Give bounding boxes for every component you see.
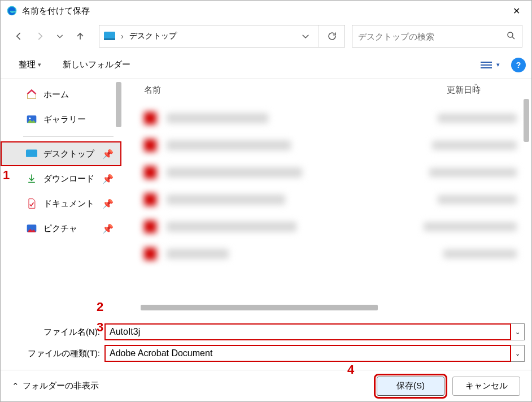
chevron-down-icon: ▾	[496, 61, 500, 68]
up-button[interactable]	[71, 27, 90, 46]
svg-rect-1	[104, 32, 115, 39]
refresh-button[interactable]	[319, 25, 345, 47]
title-bar: 名前を付けて保存 ✕	[1, 1, 531, 21]
list-item[interactable]	[144, 159, 517, 186]
horizontal-scrollbar[interactable]	[121, 303, 531, 312]
footer: ⌃ フォルダーの非表示 保存(S) キャンセル	[1, 370, 531, 401]
hide-folders-label: フォルダーの非表示	[23, 381, 99, 391]
pin-icon[interactable]: 📌	[102, 149, 114, 159]
filename-input[interactable]	[104, 323, 511, 340]
nav-bar: › デスクトップ	[1, 21, 531, 51]
hide-folders-button[interactable]: ⌃ フォルダーの非表示	[12, 381, 99, 391]
sidebar-item-pictures[interactable]: ピクチャ 📌	[1, 216, 121, 241]
form-area: ファイル名(N): ⌄ ファイルの種類(T): Adobe Acrobat Do…	[1, 312, 531, 370]
sidebar-item-label: ギャラリー	[43, 114, 86, 125]
save-button[interactable]: 保存(S)	[377, 377, 444, 396]
sidebar-item-label: ピクチャ	[43, 223, 77, 234]
path-segment[interactable]: デスクトップ	[129, 31, 177, 41]
search-box[interactable]	[352, 25, 522, 47]
pin-icon[interactable]: 📌	[102, 174, 114, 184]
pdf-icon	[144, 221, 156, 233]
sidebar-item-home[interactable]: ホーム	[1, 82, 121, 107]
address-bar[interactable]: › デスクトップ	[99, 25, 345, 47]
address-path[interactable]: › デスクトップ	[99, 31, 293, 41]
toolbar: 整理▾ 新しいフォルダー ▾ ?	[1, 51, 531, 79]
pdf-icon	[144, 139, 156, 152]
sidebar-item-gallery[interactable]: ギャラリー	[1, 107, 121, 132]
content-body: ホーム ギャラリー デスクトップ 📌 ダウンロード 📌 ドキュメント 📌	[1, 79, 531, 312]
chevron-down-icon: ▾	[38, 61, 41, 68]
list-icon	[481, 62, 492, 68]
pdf-icon	[144, 193, 156, 206]
save-as-dialog: 1 2 3 4 名前を付けて保存 ✕ › デスクトッ	[0, 0, 532, 402]
cancel-button[interactable]: キャンセル	[452, 377, 520, 396]
recent-dropdown-button[interactable]	[50, 27, 69, 46]
filetype-combo[interactable]: Adobe Acrobat Document	[104, 345, 511, 362]
list-item[interactable]	[144, 132, 517, 159]
filetype-dropdown-button[interactable]: ⌄	[511, 345, 525, 362]
back-button[interactable]	[10, 27, 29, 46]
close-button[interactable]: ✕	[503, 1, 529, 21]
window-title: 名前を付けて保存	[22, 6, 503, 16]
sidebar-item-label: ドキュメント	[43, 198, 94, 209]
list-item[interactable]	[144, 186, 517, 213]
sidebar-item-downloads[interactable]: ダウンロード 📌	[1, 166, 121, 191]
sidebar-item-desktop[interactable]: デスクトップ 📌	[1, 141, 121, 166]
svg-point-5	[29, 118, 30, 119]
desktop-glyph-icon	[104, 32, 115, 41]
pdf-icon	[144, 248, 156, 260]
sidebar: ホーム ギャラリー デスクトップ 📌 ダウンロード 📌 ドキュメント 📌	[1, 79, 121, 312]
edge-icon	[6, 5, 18, 16]
file-pane: ⌄ 名前 更新日時	[121, 79, 531, 312]
file-list-scrollbar[interactable]	[524, 99, 529, 142]
new-folder-label: 新しいフォルダー	[63, 59, 130, 70]
pictures-icon	[25, 223, 38, 234]
sidebar-item-label: ホーム	[43, 89, 69, 100]
gallery-icon	[25, 114, 38, 125]
search-icon[interactable]	[506, 31, 516, 42]
filename-dropdown-button[interactable]: ⌄	[511, 323, 525, 340]
help-button[interactable]: ?	[511, 58, 526, 72]
chevron-right-icon: ›	[119, 32, 126, 41]
filename-label: ファイル名(N):	[7, 327, 104, 338]
list-item[interactable]	[144, 240, 517, 267]
search-input[interactable]	[358, 32, 506, 41]
download-icon	[25, 173, 38, 184]
svg-rect-2	[104, 38, 115, 40]
pin-icon[interactable]: 📌	[102, 198, 114, 209]
document-icon	[25, 198, 38, 209]
file-list[interactable]	[121, 99, 531, 303]
sidebar-item-label: デスクトップ	[43, 149, 94, 159]
forward-button[interactable]	[30, 27, 49, 46]
home-icon	[25, 89, 38, 100]
svg-point-3	[508, 32, 513, 37]
pin-icon[interactable]: 📌	[102, 223, 114, 234]
new-folder-button[interactable]: 新しいフォルダー	[58, 56, 135, 74]
sidebar-item-label: ダウンロード	[43, 174, 94, 184]
sidebar-separator	[23, 136, 114, 137]
svg-rect-6	[26, 150, 37, 157]
column-headers: 名前 更新日時	[121, 79, 531, 99]
desktop-icon	[25, 149, 38, 158]
organize-button[interactable]: 整理▾	[14, 56, 46, 74]
column-name[interactable]: 名前	[144, 85, 325, 96]
sidebar-item-documents[interactable]: ドキュメント 📌	[1, 191, 121, 216]
filetype-value: Adobe Acrobat Document	[110, 348, 212, 358]
list-item[interactable]	[144, 213, 517, 240]
address-dropdown-button[interactable]	[293, 25, 319, 47]
list-item[interactable]	[144, 105, 517, 132]
view-button[interactable]: ▾	[475, 58, 505, 72]
filetype-label: ファイルの種類(T):	[7, 348, 104, 359]
sort-indicator-icon: ⌄	[473, 80, 478, 87]
pdf-icon	[144, 166, 156, 179]
pdf-icon	[144, 112, 156, 124]
chevron-up-icon: ⌃	[12, 381, 19, 391]
organize-label: 整理	[19, 59, 36, 70]
